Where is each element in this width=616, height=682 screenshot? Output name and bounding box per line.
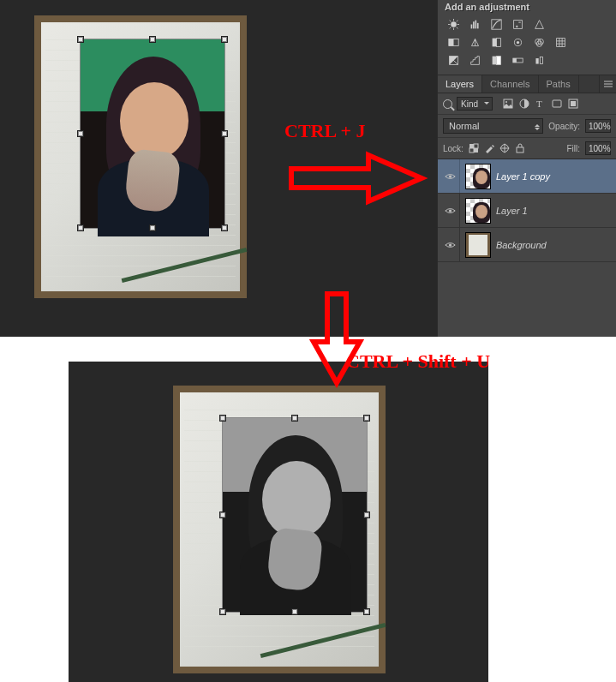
- svg-rect-12: [477, 23, 479, 29]
- svg-line-7: [457, 21, 458, 22]
- filter-adjustment-icon[interactable]: [518, 99, 529, 110]
- adjustments-row-1: [438, 15, 616, 33]
- transform-handle[interactable]: [292, 416, 297, 421]
- layer-row[interactable]: Layer 1: [438, 194, 616, 228]
- transform-handle[interactable]: [222, 37, 227, 42]
- filter-pixel-icon[interactable]: [502, 99, 513, 110]
- svg-line-6: [457, 27, 458, 29]
- document-notebook-bottom: [173, 386, 386, 673]
- exposure-icon[interactable]: [511, 18, 525, 31]
- transform-handle[interactable]: [220, 416, 225, 421]
- adjustments-row-2: [438, 33, 616, 51]
- lock-all-icon[interactable]: [515, 143, 526, 154]
- invert-icon[interactable]: [446, 54, 461, 67]
- posterize-icon[interactable]: [468, 54, 482, 67]
- svg-rect-45: [571, 101, 576, 106]
- layer-row[interactable]: Background: [438, 228, 616, 262]
- transform-handle[interactable]: [292, 609, 297, 614]
- lock-transparency-icon[interactable]: [469, 143, 480, 154]
- transform-handle[interactable]: [364, 609, 369, 614]
- svg-rect-46: [469, 144, 474, 148]
- hue-sat-icon[interactable]: [446, 36, 461, 49]
- photo-filter-icon[interactable]: [511, 36, 525, 49]
- panel-flyout-menu-icon[interactable]: [599, 75, 616, 93]
- layer-name-label[interactable]: Background: [496, 240, 547, 250]
- svg-point-40: [505, 101, 507, 103]
- brightness-contrast-icon[interactable]: [446, 18, 461, 31]
- layer-thumbnail[interactable]: [465, 232, 491, 258]
- gradient-map-icon[interactable]: [511, 54, 525, 67]
- transform-handle[interactable]: [222, 131, 227, 136]
- opacity-input[interactable]: 100%: [585, 119, 611, 133]
- svg-line-8: [450, 27, 452, 29]
- svg-text:T: T: [536, 99, 542, 109]
- document-notebook-top: [34, 15, 247, 298]
- lock-pixels-icon[interactable]: [484, 143, 495, 154]
- lock-position-icon[interactable]: [499, 143, 511, 154]
- svg-rect-10: [473, 21, 475, 28]
- color-balance-icon[interactable]: [468, 36, 482, 49]
- tab-layers[interactable]: Layers: [438, 75, 482, 93]
- transform-handle[interactable]: [78, 225, 83, 230]
- vibrance-icon[interactable]: [532, 18, 547, 31]
- svg-rect-34: [535, 58, 538, 64]
- blend-mode-dropdown[interactable]: Normal: [443, 118, 543, 134]
- svg-point-52: [449, 209, 452, 212]
- lock-row: Lock: Fill: 100%: [438, 138, 616, 159]
- svg-line-5: [450, 21, 452, 22]
- visibility-toggle-icon[interactable]: [441, 228, 460, 261]
- placed-photo-bw[interactable]: [223, 418, 367, 612]
- transform-handle[interactable]: [364, 416, 369, 421]
- svg-rect-14: [514, 21, 523, 29]
- search-icon: [443, 99, 452, 109]
- layer-name-label[interactable]: Layer 1: [496, 206, 528, 216]
- channel-mixer-icon[interactable]: [532, 36, 547, 49]
- filter-smartobject-icon[interactable]: [567, 99, 578, 110]
- filter-shape-icon[interactable]: [551, 99, 562, 110]
- layer-row[interactable]: Layer 1 copy: [438, 159, 616, 194]
- bw-icon[interactable]: [489, 36, 504, 49]
- levels-icon[interactable]: [468, 18, 482, 31]
- curves-icon[interactable]: [489, 18, 504, 31]
- transform-handle[interactable]: [220, 512, 225, 517]
- svg-rect-31: [497, 57, 501, 65]
- svg-rect-11: [475, 21, 477, 29]
- transform-handle[interactable]: [222, 225, 227, 230]
- svg-rect-30: [493, 57, 497, 65]
- transform-handle[interactable]: [78, 37, 83, 42]
- selective-color-icon[interactable]: [532, 54, 547, 67]
- svg-rect-33: [513, 58, 517, 63]
- layer-filter-kind-label: Kind: [461, 99, 478, 109]
- transform-handle[interactable]: [220, 609, 225, 614]
- visibility-toggle-icon[interactable]: [441, 159, 460, 193]
- transform-handle[interactable]: [364, 512, 369, 517]
- layers-list: Layer 1 copy Layer 1 Background: [438, 159, 616, 262]
- placed-photo-color[interactable]: [81, 39, 224, 228]
- color-lookup-icon[interactable]: [553, 36, 568, 49]
- filter-type-icon[interactable]: T: [535, 99, 546, 110]
- svg-rect-48: [474, 144, 478, 148]
- fill-label: Fill:: [566, 144, 580, 153]
- adjustments-row-3: [438, 51, 616, 69]
- svg-rect-24: [557, 39, 565, 47]
- visibility-toggle-icon[interactable]: [441, 194, 460, 227]
- layer-thumbnail[interactable]: [465, 164, 491, 189]
- svg-rect-18: [497, 39, 501, 47]
- transform-handle[interactable]: [78, 131, 83, 136]
- threshold-icon[interactable]: [489, 54, 504, 67]
- transform-handle[interactable]: [150, 225, 155, 230]
- lock-label: Lock:: [443, 144, 463, 153]
- transform-handle[interactable]: [150, 37, 155, 42]
- tab-paths[interactable]: Paths: [539, 75, 579, 93]
- annotation-arrow-down-icon: [308, 290, 365, 388]
- blend-mode-value: Normal: [449, 121, 479, 131]
- layer-filter-kind-dropdown[interactable]: Kind: [457, 97, 493, 111]
- svg-rect-9: [471, 25, 473, 29]
- tab-channels[interactable]: Channels: [482, 75, 538, 93]
- fill-input[interactable]: 100%: [585, 141, 611, 155]
- adjustments-panel-title: Add an adjustment: [438, 0, 616, 15]
- svg-rect-49: [469, 148, 474, 153]
- svg-point-20: [517, 41, 519, 44]
- layer-name-label[interactable]: Layer 1 copy: [496, 171, 550, 182]
- layer-thumbnail[interactable]: [465, 198, 491, 224]
